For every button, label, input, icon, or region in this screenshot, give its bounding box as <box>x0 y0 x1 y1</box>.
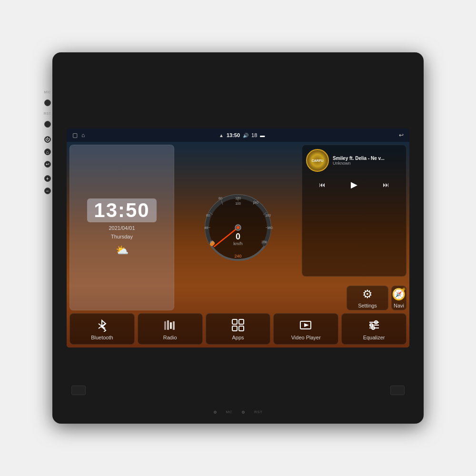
speedometer-svg: 120 140 160 180 200 80 60 40 20 100 <box>202 192 274 263</box>
radio-button[interactable]: Radio <box>138 313 203 345</box>
clock-time: 13:50 <box>94 200 149 220</box>
mount-bracket-left <box>71 386 86 395</box>
video-label: Video Player <box>291 335 321 340</box>
music-widget: CARFU Smiley ft. Delia - Ne v... Unknown… <box>302 145 407 277</box>
vol-up-button[interactable]: + <box>44 175 51 182</box>
svg-text:100: 100 <box>235 202 241 205</box>
apps-label: Apps <box>232 335 244 340</box>
equalizer-button[interactable]: Equalizer <box>341 313 407 345</box>
apps-button[interactable]: Apps <box>206 313 271 345</box>
svg-text:240: 240 <box>234 254 241 258</box>
navi-label: Navi <box>394 303 404 308</box>
svg-rect-32 <box>232 319 237 324</box>
clock-widget: 13:50 2021/04/01 Thursday ⛅ <box>69 145 174 310</box>
date-display: 2021/04/01 <box>109 225 135 231</box>
apps-icon <box>231 318 245 332</box>
svg-point-23 <box>237 226 239 229</box>
mc-dot <box>214 411 217 414</box>
music-album-label: Unknown <box>333 161 402 166</box>
svg-rect-29 <box>167 320 169 330</box>
album-art: CARFU <box>306 149 329 172</box>
car-head-unit: MIC RST ⏻ ⌂ ↩ + − ▢ ⌂ ▲ 13:50 🔊 18 ▬ ↩ <box>52 52 424 424</box>
settings-label: Settings <box>358 303 377 308</box>
svg-text:120: 120 <box>235 197 241 200</box>
main-content-area: 13:50 2021/04/01 Thursday ⛅ <box>67 142 409 347</box>
home-nav-icon[interactable]: ⌂ <box>81 132 85 139</box>
mc-label: MC <box>226 410 232 414</box>
radio-icon <box>163 318 177 332</box>
main-screen: ▢ ⌂ ▲ 13:50 🔊 18 ▬ ↩ 13:50 202 <box>67 129 409 347</box>
rst-dot <box>242 411 245 414</box>
clock-date: 2021/04/01 Thursday <box>109 224 135 241</box>
mount-bracket-right <box>390 386 405 395</box>
video-icon <box>299 318 313 332</box>
music-controls: ⏮ ▶ ⏭ <box>306 178 402 192</box>
mic-label: MIC <box>44 90 51 94</box>
speedometer-widget: 120 140 160 180 200 80 60 40 20 100 <box>177 145 299 310</box>
bottom-indicators: MC RST <box>214 410 263 414</box>
settings-icon: ⚙ <box>362 288 373 301</box>
bluetooth-icon <box>95 318 109 332</box>
svg-rect-31 <box>173 321 175 330</box>
settings-navi-row: ⚙ Settings 🧭 Navi <box>302 279 407 310</box>
next-button[interactable]: ⏭ <box>379 179 393 190</box>
weather-icon: ⛅ <box>116 244 129 257</box>
equalizer-icon <box>367 318 381 332</box>
volume-level: 18 <box>251 132 257 138</box>
power-button[interactable]: ⏻ <box>44 136 51 143</box>
clock-display: 13:50 <box>87 198 156 222</box>
back-button[interactable]: ↩ <box>44 161 51 168</box>
navi-button[interactable]: 🧭 Navi <box>391 286 407 311</box>
svg-text:20: 20 <box>210 240 214 244</box>
bluetooth-button[interactable]: Bluetooth <box>69 313 135 345</box>
music-title: Smiley ft. Delia - Ne v... <box>333 156 402 161</box>
rst-label: RST <box>44 112 51 115</box>
svg-rect-34 <box>232 326 237 331</box>
radio-label: Radio <box>163 335 177 340</box>
svg-text:200: 200 <box>261 240 267 244</box>
status-bar: ▢ ⌂ ▲ 13:50 🔊 18 ▬ ↩ <box>67 129 409 142</box>
album-art-text: CARFU <box>312 159 324 162</box>
status-center: ▲ 13:50 🔊 18 ▬ <box>219 132 265 138</box>
svg-text:40: 40 <box>204 226 208 229</box>
side-button-panel: MIC RST ⏻ ⌂ ↩ + − <box>44 90 51 194</box>
prev-button[interactable]: ⏮ <box>315 179 329 190</box>
svg-rect-30 <box>170 322 172 329</box>
equalizer-label: Equalizer <box>363 335 385 340</box>
play-button[interactable]: ▶ <box>347 178 361 192</box>
status-time: 13:50 <box>227 132 240 138</box>
music-info: Smiley ft. Delia - Ne v... Unknown <box>333 156 402 166</box>
svg-text:0: 0 <box>236 232 240 241</box>
navi-icon: 🧭 <box>392 288 406 301</box>
svg-rect-33 <box>239 319 244 324</box>
rst-button[interactable] <box>44 121 51 128</box>
volume-icon: 🔊 <box>243 133 248 138</box>
recent-apps-icon[interactable]: ▢ <box>72 132 78 139</box>
status-nav-left: ▢ ⌂ <box>72 132 85 139</box>
status-nav-right: ↩ <box>399 132 404 139</box>
battery-icon: ▬ <box>260 133 265 138</box>
svg-text:km/h: km/h <box>233 241 243 246</box>
day-display: Thursday <box>111 234 133 239</box>
wifi-icon: ▲ <box>219 133 224 138</box>
svg-text:80: 80 <box>218 197 222 200</box>
svg-text:60: 60 <box>206 214 210 217</box>
bottom-apps-row: Bluetooth Radio <box>69 313 407 345</box>
vol-down-button[interactable]: − <box>44 188 51 194</box>
home-button[interactable]: ⌂ <box>44 149 51 155</box>
back-nav-icon[interactable]: ↩ <box>399 132 404 139</box>
svg-text:140: 140 <box>253 201 258 204</box>
svg-rect-35 <box>239 326 244 331</box>
svg-text:180: 180 <box>267 226 273 229</box>
video-button[interactable]: Video Player <box>273 313 338 345</box>
right-panel: CARFU Smiley ft. Delia - Ne v... Unknown… <box>302 145 407 310</box>
svg-text:160: 160 <box>265 214 271 217</box>
rst-bottom-label: RST <box>254 410 263 414</box>
mic-button[interactable] <box>44 99 51 106</box>
settings-button[interactable]: ⚙ Settings <box>347 286 388 311</box>
svg-marker-37 <box>304 323 309 327</box>
music-top: CARFU Smiley ft. Delia - Ne v... Unknown <box>306 149 402 172</box>
svg-rect-28 <box>164 321 166 330</box>
bluetooth-label: Bluetooth <box>91 335 113 340</box>
